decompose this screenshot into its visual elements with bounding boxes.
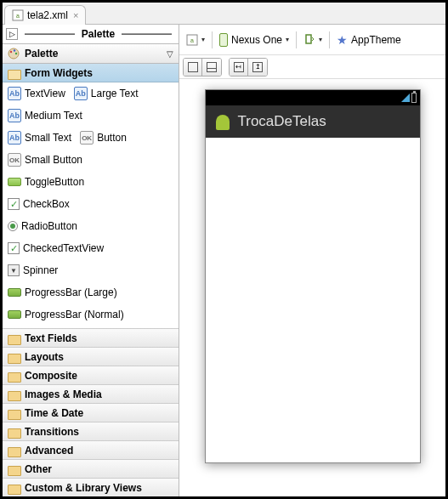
rect-icon	[188, 62, 198, 72]
folder-icon	[8, 483, 20, 493]
view-single-button[interactable]	[184, 59, 202, 76]
checkbox-icon: ✓	[8, 242, 20, 254]
progress-icon	[8, 310, 21, 319]
phone-actionbar: TrocaDeTelas	[206, 105, 420, 138]
tab-bar: a tela2.xml ×	[3, 3, 445, 25]
category-other[interactable]: Other	[3, 459, 179, 478]
category-custom-library[interactable]: Custom & Library Views	[3, 478, 179, 496]
divider	[212, 31, 213, 48]
category-transitions[interactable]: Transitions	[3, 422, 179, 440]
widget-list: AbTextView AbLarge Text AbMedium Text Ab…	[3, 82, 179, 328]
design-panel: a ▾ Nexus One ▾ ▾ ★ AppTheme	[179, 25, 445, 496]
widget-progress-normal[interactable]: ProgressBar (Normal)	[8, 309, 124, 320]
category-composite[interactable]: Composite	[3, 366, 179, 384]
category-text-fields[interactable]: Text Fields	[3, 328, 179, 347]
widget-toggle-button[interactable]: ToggleButton	[8, 176, 84, 188]
svg-rect-8	[306, 35, 311, 43]
arrow-v-icon: ↥	[252, 62, 263, 72]
spinner-icon: ▼	[8, 264, 20, 276]
widget-medium-text[interactable]: AbMedium Text	[8, 109, 82, 122]
phone-preview: TrocaDeTelas	[205, 89, 421, 463]
folder-icon	[8, 371, 20, 381]
divider	[122, 33, 172, 35]
stripes-icon	[207, 62, 217, 72]
divider	[296, 31, 297, 48]
progress-icon	[8, 288, 21, 297]
palette-title: Palette	[78, 28, 118, 40]
folder-icon	[8, 464, 20, 474]
textview-icon: Ab	[8, 131, 21, 145]
folder-icon	[8, 389, 20, 400]
device-canvas[interactable]: TrocaDeTelas	[179, 79, 445, 496]
button-icon: OK	[8, 153, 21, 167]
svg-point-4	[14, 49, 15, 51]
view-multi-button[interactable]	[202, 59, 221, 76]
widget-radio-button[interactable]: RadioButton	[8, 220, 77, 232]
folder-icon	[8, 352, 20, 362]
chevron-down-icon: ▾	[201, 36, 205, 43]
widget-checkbox[interactable]: ✓CheckBox	[8, 198, 70, 210]
folder-icon	[8, 333, 20, 343]
category-layouts[interactable]: Layouts	[3, 347, 179, 366]
svg-text:a: a	[16, 13, 20, 19]
phone-icon	[219, 33, 228, 47]
palette-icon	[8, 48, 20, 60]
signal-icon	[401, 94, 410, 102]
palette-selector-label: Palette	[25, 48, 167, 60]
widget-large-text[interactable]: AbLarge Text	[74, 87, 139, 100]
widget-progress-large[interactable]: ProgressBar (Large)	[8, 286, 117, 298]
size-mode-group: ↤ ↥	[229, 58, 268, 77]
palette-header: ▷ Palette	[3, 25, 179, 43]
close-icon[interactable]: ×	[73, 10, 78, 20]
phone-statusbar	[206, 90, 420, 105]
textview-icon: Ab	[74, 87, 88, 100]
textview-icon: Ab	[8, 109, 21, 122]
editor-tab[interactable]: a tela2.xml ×	[4, 5, 86, 25]
divider	[25, 33, 75, 35]
config-dropdown[interactable]: a ▾	[186, 30, 205, 50]
phone-content[interactable]	[206, 138, 420, 462]
chevron-down-icon: ▽	[167, 49, 173, 59]
widget-small-button[interactable]: OKSmall Button	[8, 153, 82, 167]
layout-toolbar: ↤ ↥	[179, 55, 445, 79]
fit-width-button[interactable]: ↤	[230, 59, 248, 76]
folder-open-icon	[8, 68, 20, 78]
svg-point-5	[15, 53, 17, 54]
folder-icon	[8, 445, 20, 456]
theme-dropdown[interactable]: ★ AppTheme	[337, 30, 401, 50]
widget-small-text[interactable]: AbSmall Text	[8, 131, 71, 145]
star-icon: ★	[337, 33, 348, 47]
device-dropdown[interactable]: Nexus One ▾	[219, 30, 289, 50]
category-images-media[interactable]: Images & Media	[3, 384, 179, 403]
divider	[329, 31, 330, 48]
chevron-down-icon: ▾	[319, 36, 322, 43]
device-name: Nexus One	[231, 34, 282, 46]
widget-checked-textview[interactable]: ✓CheckedTextView	[8, 242, 104, 254]
checkbox-icon: ✓	[8, 198, 20, 210]
widget-textview[interactable]: AbTextView	[8, 87, 65, 100]
collapse-toggle[interactable]: ▷	[6, 28, 18, 40]
svg-point-2	[9, 48, 19, 59]
button-icon: OK	[80, 131, 94, 145]
radio-icon	[8, 221, 18, 231]
svg-point-3	[10, 51, 12, 53]
palette-panel: ▷ Palette Palette ▽ Form Widgets AbTextV…	[3, 25, 179, 496]
app-title: TrocaDeTelas	[238, 113, 326, 130]
tab-filename: tela2.xml	[27, 9, 68, 21]
folder-icon	[8, 408, 20, 418]
widget-spinner[interactable]: ▼Spinner	[8, 264, 58, 276]
category-time-date[interactable]: Time & Date	[3, 403, 179, 422]
design-toolbar: a ▾ Nexus One ▾ ▾ ★ AppTheme	[179, 25, 445, 55]
category-label: Form Widgets	[25, 67, 93, 79]
android-icon	[214, 113, 231, 130]
palette-selector[interactable]: Palette ▽	[3, 43, 179, 64]
arrow-h-icon: ↤	[234, 62, 244, 72]
category-form-widgets[interactable]: Form Widgets	[3, 64, 179, 82]
orientation-dropdown[interactable]: ▾	[303, 30, 322, 50]
xml-file-icon: a	[12, 9, 24, 21]
theme-name: AppTheme	[351, 34, 401, 46]
category-advanced[interactable]: Advanced	[3, 440, 179, 459]
fit-height-button[interactable]: ↥	[248, 59, 267, 76]
widget-button[interactable]: OKButton	[80, 131, 127, 145]
view-mode-group	[183, 58, 222, 77]
